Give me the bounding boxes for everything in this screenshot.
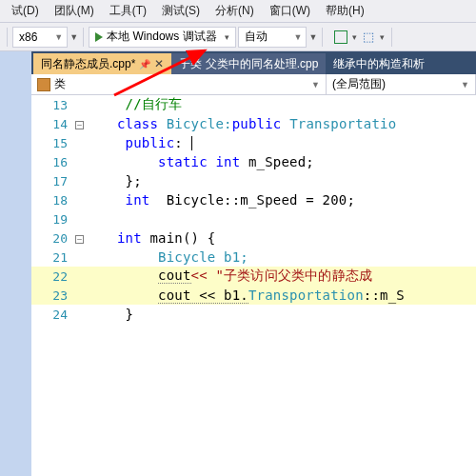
line-number: 16: [31, 155, 75, 169]
line-number: 23: [31, 288, 75, 303]
left-panel: [0, 51, 31, 476]
chevron-down-icon: ▼: [54, 32, 63, 42]
code-text: //自行车: [126, 96, 183, 111]
menu-item-window[interactable]: 窗口(W): [262, 1, 318, 21]
menu-item-team[interactable]: 团队(M): [47, 1, 102, 21]
toolbar: x86 ▼ ▼ 本地 Windows 调试器 ▾ 自动 ▼ ▼ ▾ ⬚ ▾: [0, 23, 476, 51]
tab-inactive[interactable]: 继承中的构造和析: [326, 53, 432, 74]
tab-label: 继承中的构造和析: [333, 56, 425, 72]
chevron-down-icon: ▼: [311, 80, 320, 89]
editor-panel: 同名静态成员.cpp* 📌 ✕ 子类 父类中的同名处理.cpp 继承中的构造和析…: [31, 51, 476, 476]
line-number: 20: [31, 231, 75, 246]
menu-item-test[interactable]: 测试(S): [154, 1, 208, 21]
chevron-down-icon[interactable]: ▾: [352, 32, 357, 42]
code-editor[interactable]: 13 //自行车 14− class Bicycle:public Transp…: [31, 95, 476, 476]
main-area: 同名静态成员.cpp* 📌 ✕ 子类 父类中的同名处理.cpp 继承中的构造和析…: [0, 51, 476, 476]
code-navigator: 类 ▼ (全局范围) ▼: [31, 74, 476, 95]
toolbar-separator: [83, 28, 84, 47]
menu-item-help[interactable]: 帮助(H): [318, 1, 372, 21]
platform-dropdown[interactable]: x86 ▼: [12, 27, 68, 48]
line-number: 14: [31, 117, 75, 131]
tab-active[interactable]: 同名静态成员.cpp* 📌 ✕: [33, 53, 171, 74]
tab-inactive[interactable]: 子类 父类中的同名处理.cpp: [171, 53, 326, 74]
tab-label: 子类 父类中的同名处理.cpp: [179, 56, 318, 72]
chevron-down-icon: ▼: [294, 32, 303, 42]
tab-label: 同名静态成员.cpp*: [41, 56, 135, 72]
text-cursor: [191, 136, 192, 150]
toolbar-separator: [391, 28, 392, 47]
toolbar-icon[interactable]: ⬚: [361, 30, 376, 45]
menu-item-tools[interactable]: 工具(T): [102, 1, 154, 21]
menu-item-debug[interactable]: 试(D): [4, 1, 47, 21]
member-label: (全局范围): [332, 76, 386, 92]
line-number: 22: [31, 269, 75, 284]
fold-toggle[interactable]: −: [75, 235, 84, 244]
debug-mode-dropdown[interactable]: 自动 ▼: [238, 27, 307, 48]
start-debug-button[interactable]: 本地 Windows 调试器 ▾: [89, 27, 235, 48]
line-number: 21: [31, 250, 75, 265]
line-number: 24: [31, 307, 75, 322]
member-dropdown[interactable]: (全局范围) ▼: [327, 74, 476, 94]
chevron-down-icon: ▼: [461, 80, 469, 89]
fold-toggle[interactable]: −: [75, 121, 84, 129]
chevron-down-icon: ▾: [225, 32, 229, 42]
document-tabs: 同名静态成员.cpp* 📌 ✕ 子类 父类中的同名处理.cpp 继承中的构造和析: [31, 51, 476, 74]
line-number: 19: [31, 212, 75, 227]
play-icon: [95, 32, 103, 42]
toolbar-separator: [7, 28, 8, 47]
platform-value: x86: [19, 30, 37, 44]
chevron-down-icon[interactable]: ▼: [308, 32, 317, 42]
pin-icon[interactable]: 📌: [139, 59, 150, 69]
scope-dropdown[interactable]: 类 ▼: [31, 74, 327, 94]
menu-item-analyze[interactable]: 分析(N): [208, 1, 262, 21]
close-icon[interactable]: ✕: [154, 57, 164, 70]
menu-bar: 试(D) 团队(M) 工具(T) 测试(S) 分析(N) 窗口(W) 帮助(H): [0, 0, 476, 23]
line-number: 13: [31, 98, 75, 112]
debug-button-label: 本地 Windows 调试器: [107, 29, 216, 45]
debug-mode-value: 自动: [245, 29, 268, 45]
chevron-down-icon[interactable]: ▼: [69, 32, 78, 42]
toolbar-separator: [322, 28, 323, 47]
toolbar-icon[interactable]: [333, 30, 348, 45]
chevron-down-icon[interactable]: ▾: [380, 32, 385, 42]
line-number: 17: [31, 174, 75, 188]
class-icon: [37, 78, 50, 91]
line-number: 15: [31, 136, 75, 150]
line-number: 18: [31, 193, 75, 208]
scope-label: 类: [54, 76, 66, 92]
